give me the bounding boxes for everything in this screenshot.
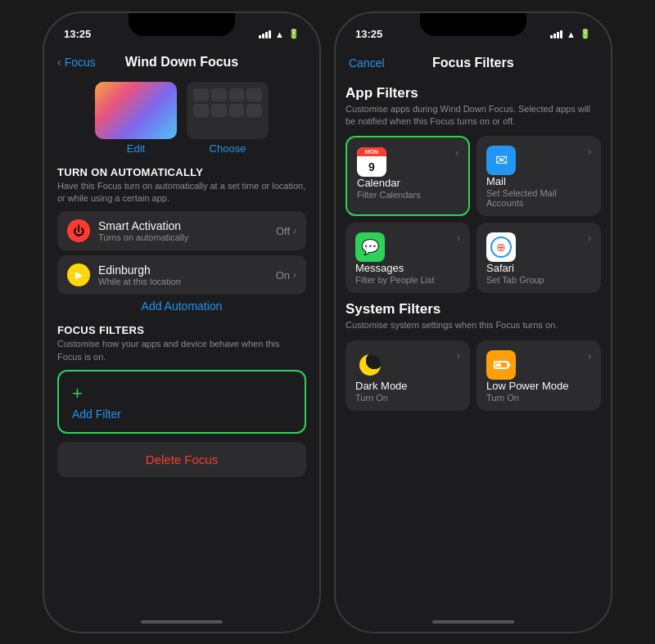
smart-activation-item[interactable]: ⏻ Smart Activation Turns on automaticall… [57, 211, 306, 250]
home-indicator[interactable] [44, 612, 319, 632]
left-scroll-area: Edit Choose TURN [44, 75, 319, 612]
right-wifi-icon: ▲ [567, 29, 576, 39]
wifi-icon: ▲ [275, 29, 284, 39]
right-home-indicator[interactable] [336, 612, 611, 632]
safari-filter-sub: Set Tab Group [486, 275, 591, 285]
dark-mode-filter-card[interactable]: › Dark Mode Turn On [346, 340, 470, 411]
moon-icon [359, 354, 381, 376]
right-page-title: Focus Filters [432, 56, 514, 70]
right-notch [420, 13, 526, 36]
low-power-filter-title: Low Power Mode [486, 380, 591, 392]
filters-scroll: App Filters Customise apps during Wind D… [336, 77, 611, 612]
low-power-app-icon [486, 350, 516, 380]
add-automation-button[interactable]: Add Automation [57, 299, 306, 313]
focus-filters-header: FOCUS FILTERS [57, 324, 306, 336]
right-screen-content: App Filters Customise apps during Wind D… [336, 77, 611, 612]
chevron-left-icon: ‹ [57, 56, 61, 69]
right-nav-bar: Cancel Focus Filters [336, 49, 611, 77]
edinburgh-item[interactable]: ▶ Edinburgh While at this location On › [57, 255, 306, 295]
mail-app-icon: ✉ [486, 146, 516, 175]
page-title: Wind Down Focus [125, 55, 239, 70]
calendar-filter-sub: Filter Calendars [357, 190, 458, 200]
left-time: 13:25 [64, 28, 91, 40]
home-preview: Edit Choose [57, 82, 306, 155]
mail-filter-card[interactable]: › ✉ Mail Set Selected Mail Accounts [477, 136, 601, 216]
safari-app-icon: ⊕ [486, 232, 516, 262]
right-phone: 13:25 ▲ 🔋 Cancel Focus Filters App Filte… [334, 11, 612, 633]
left-status-icons: ▲ 🔋 [259, 29, 300, 39]
battery-cap [508, 363, 510, 367]
edit-label[interactable]: Edit [95, 142, 177, 155]
right-home-bar [432, 620, 514, 624]
compass-needle: ⊕ [496, 241, 506, 254]
smart-activation-value: Off [276, 225, 290, 237]
smart-activation-title: Smart Activation [98, 219, 188, 232]
auto-section-header: TURN ON AUTOMATICALLY [57, 166, 306, 178]
dark-mode-filter-sub: Turn On [355, 393, 460, 403]
mail-filter-sub: Set Selected Mail Accounts [486, 188, 591, 208]
home-screen-grid: Choose [187, 82, 269, 155]
smart-activation-text: Smart Activation Turns on automatically [98, 219, 188, 242]
dark-mode-filter-title: Dark Mode [355, 380, 460, 392]
calendar-month: MON [357, 147, 386, 156]
smart-activation-sub: Turns on automatically [98, 232, 188, 242]
edinburgh-left: ▶ Edinburgh While at this location [67, 263, 181, 286]
edinburgh-right: On › [276, 269, 296, 281]
home-screen-colorful: Edit [95, 82, 177, 155]
calendar-filter-card[interactable]: › MON 9 Calendar Filter Calendars [346, 136, 470, 216]
left-nav-bar: ‹ Focus Wind Down Focus [44, 49, 319, 75]
plus-icon: + [72, 383, 291, 404]
mail-filter-title: Mail [486, 175, 591, 187]
safari-filter-card[interactable]: › ⊕ Safari Set Tab Group [477, 223, 601, 293]
battery-outline [494, 361, 508, 369]
mail-chevron-icon: › [588, 146, 591, 157]
app-filters-sub: Customise apps during Wind Down Focus. S… [346, 103, 601, 128]
calendar-chevron-icon: › [455, 147, 458, 159]
back-label: Focus [65, 56, 96, 69]
smart-activation-right: Off › [276, 225, 296, 237]
safari-filter-title: Safari [486, 262, 591, 274]
cancel-button[interactable]: Cancel [349, 56, 385, 70]
system-filters-title: System Filters [346, 301, 601, 317]
signal-icon [259, 30, 271, 38]
back-button[interactable]: ‹ Focus [57, 56, 96, 69]
safari-chevron-icon: › [588, 232, 591, 244]
delete-focus-button[interactable]: Delete Focus [57, 442, 306, 477]
messages-filter-sub: Filter by People List [355, 275, 460, 285]
power-icon: ⏻ [67, 219, 90, 242]
calendar-filter-title: Calendar [357, 177, 458, 189]
smart-activation-left: ⏻ Smart Activation Turns on automaticall… [67, 219, 188, 242]
right-signal-icon [550, 30, 562, 38]
focus-filters-section: FOCUS FILTERS Customise how your apps an… [57, 324, 306, 434]
battery-level [496, 363, 501, 367]
right-status-icons: ▲ 🔋 [550, 29, 591, 39]
edinburgh-text: Edinburgh While at this location [98, 263, 181, 286]
app-filters-title: App Filters [346, 85, 601, 101]
battery-icon: 🔋 [288, 29, 300, 39]
right-time: 13:25 [355, 28, 382, 40]
focus-filters-subtext: Customise how your apps and device behav… [57, 338, 306, 363]
compass-icon: ⊕ [490, 236, 512, 258]
chevron-right-icon: › [293, 225, 296, 236]
messages-filter-card[interactable]: › 💬 Messages Filter by People List [346, 223, 470, 293]
location-icon: ▶ [67, 263, 90, 286]
system-filters-grid: › Dark Mode Turn On › [346, 340, 601, 411]
choose-label[interactable]: Choose [187, 142, 269, 155]
battery-display-icon [494, 361, 508, 369]
right-battery-icon: 🔋 [580, 29, 591, 39]
low-power-filter-sub: Turn On [486, 393, 591, 403]
messages-app-icon: 💬 [355, 232, 385, 262]
add-filter-label: Add Filter [72, 408, 291, 421]
calendar-day: 9 [357, 156, 386, 177]
low-power-chevron-icon: › [588, 350, 591, 362]
left-screen-content: Edit Choose TURN [44, 75, 319, 612]
add-filter-box[interactable]: + Add Filter [57, 370, 306, 434]
calendar-app-icon: MON 9 [357, 147, 386, 177]
messages-filter-title: Messages [355, 262, 460, 274]
system-filters-sub: Customise system settings when this Focu… [346, 319, 601, 331]
messages-chevron-icon: › [457, 232, 460, 244]
low-power-filter-card[interactable]: › Low Power Mode Turn On [477, 340, 601, 411]
app-filters-grid: › MON 9 Calendar Filter Calendars › ✉ Ma… [346, 136, 601, 293]
left-phone: 13:25 ▲ 🔋 ‹ Focus Wind Down Focus [43, 11, 321, 633]
edinburgh-sub: While at this location [98, 277, 181, 286]
